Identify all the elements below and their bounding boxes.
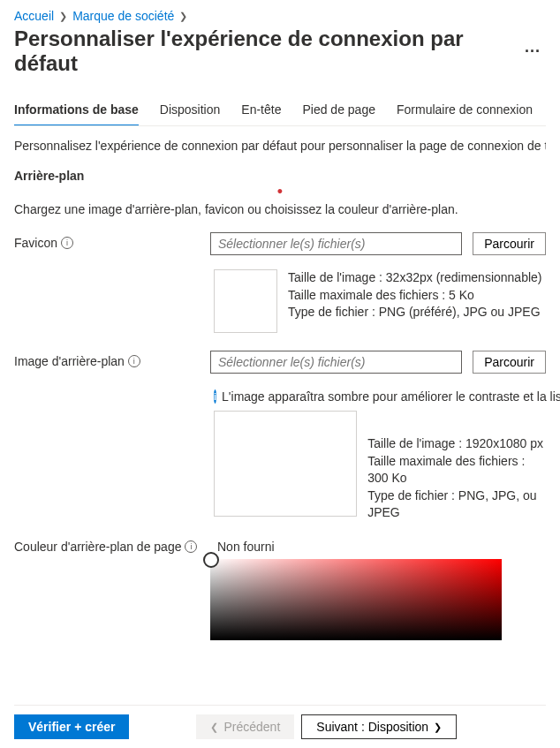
bgimage-row: Image d'arrière-plan i Parcourir [14,351,546,374]
favicon-meta-max: Taille maximale des fichiers : 5 Ko [288,287,542,305]
info-icon[interactable]: i [128,355,140,367]
page-title: Personnaliser l'expérience de connexion … [14,26,546,76]
breadcrumb-brand[interactable]: Marque de société [72,9,174,23]
color-picker-wrap: Non fourni [210,540,546,640]
bgimage-preview-box [214,411,357,517]
color-picker-handle[interactable] [203,552,219,568]
favicon-label-text: Favicon [14,236,57,250]
favicon-meta-type: Type de fichier : PNG (préféré), JPG ou … [288,304,542,321]
page-title-text: Personnaliser l'expérience de connexion … [14,26,519,76]
favicon-label: Favicon i [14,232,200,250]
tab-header[interactable]: En-tête [241,95,281,125]
next-button-label: Suivant : Disposition [316,720,428,734]
wizard-footer: Vérifier + créer ❮ Précédent Suivant : D… [14,705,546,739]
tab-signin-form[interactable]: Formulaire de connexion [397,95,533,125]
bgimage-preview-row: Taille de l'image : 1920x1080 px Taille … [214,411,546,522]
next-button[interactable]: Suivant : Disposition ❯ [301,714,457,739]
favicon-browse-button[interactable]: Parcourir [473,232,546,255]
tab-basic-info[interactable]: Informations de base [14,95,139,125]
bgimage-callout: i L'image apparaîtra sombre pour amélior… [214,389,546,404]
info-icon[interactable]: i [61,237,73,249]
required-indicator-icon: • [14,188,546,195]
bgimage-label: Image d'arrière-plan i [14,351,200,368]
bgimage-meta: Taille de l'image : 1920x1080 px Taille … [367,411,546,522]
tab-footer[interactable]: Pied de page [302,95,375,125]
chevron-right-icon: ❯ [59,11,67,22]
previous-button-label: Précédent [223,720,280,734]
bgimage-browse-button[interactable]: Parcourir [473,351,546,374]
bgimage-label-text: Image d'arrière-plan [14,354,125,368]
bgimage-file-input[interactable] [210,351,462,374]
favicon-file-input[interactable] [210,232,462,255]
tab-layout[interactable]: Disposition [160,95,220,125]
favicon-meta: Taille de l'image : 32x32px (redimension… [288,269,542,321]
favicon-preview-box [214,269,277,333]
chevron-right-icon: ❯ [434,722,442,733]
bgimage-meta-type: Type de fichier : PNG, JPG, ou JPEG [367,487,546,522]
bgcolor-row: Couleur d'arrière-plan de page i Non fou… [14,540,546,640]
section-background-desc: Chargez une image d'arrière-plan, favico… [14,202,546,216]
intro-text: Personnalisez l'expérience de connexion … [14,139,546,153]
info-icon[interactable]: i [185,540,197,553]
verify-create-button[interactable]: Vérifier + créer [14,714,129,739]
previous-button[interactable]: ❮ Précédent [196,714,294,739]
section-background-heading: Arrière-plan [14,169,546,183]
bgcolor-value: Non fourni [217,540,546,554]
chevron-left-icon: ❮ [210,722,218,733]
more-icon[interactable]: ··· [519,42,546,61]
info-filled-icon: i [214,389,216,404]
chevron-right-icon: ❯ [179,11,187,22]
favicon-row: Favicon i Parcourir [14,232,546,255]
bgcolor-label: Couleur d'arrière-plan de page i [14,540,200,554]
bgimage-meta-size: Taille de l'image : 1920x1080 px [367,435,546,453]
color-saturation-area[interactable] [210,559,502,640]
breadcrumb-home[interactable]: Accueil [14,9,54,23]
bgcolor-label-text: Couleur d'arrière-plan de page [14,540,181,554]
favicon-preview-row: Taille de l'image : 32x32px (redimension… [214,269,546,333]
bgimage-callout-text: L'image apparaîtra sombre pour améliorer… [222,389,560,404]
favicon-meta-size: Taille de l'image : 32x32px (redimension… [288,269,542,287]
bgimage-meta-max: Taille maximale des fichiers : 300 Ko [367,453,546,487]
tabs: Informations de base Disposition En-tête… [14,95,546,126]
breadcrumb: Accueil ❯ Marque de société ❯ [14,0,546,23]
